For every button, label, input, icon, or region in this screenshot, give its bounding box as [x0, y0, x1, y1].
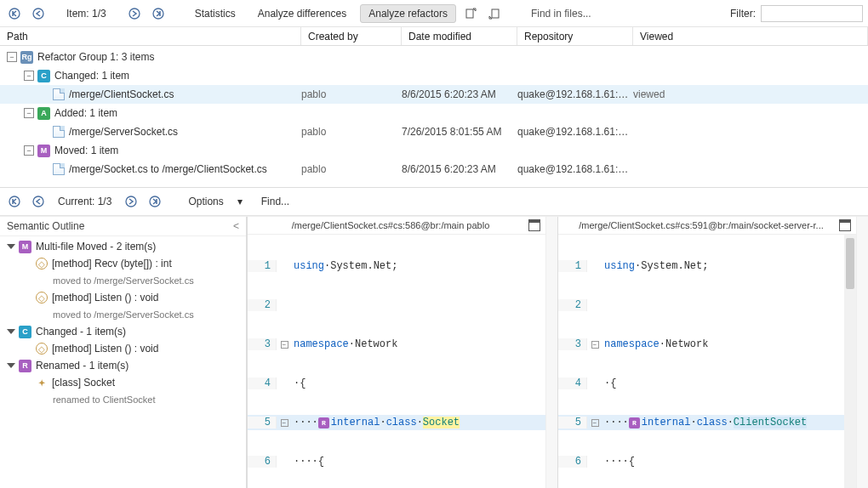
item-counter: Item: 1/3 [66, 8, 106, 20]
left-pane: /merge/ClientSocket.cs#cs:586@br:/main p… [247, 217, 545, 488]
top-toolbar: Item: 1/3 Statistics Analyze differences… [0, 0, 868, 27]
method-icon: ◇ [36, 343, 48, 355]
last-item-button[interactable] [149, 4, 168, 23]
import-icon[interactable] [485, 4, 504, 23]
options-button[interactable]: Options [180, 192, 231, 211]
svg-rect-4 [466, 9, 473, 18]
first-item-button[interactable] [5, 4, 24, 23]
tree-row-changed[interactable]: −CChanged: 1 item [0, 66, 868, 85]
items-tree: −RgRefactor Group 1: 3 items −CChanged: … [0, 46, 868, 182]
svg-point-7 [33, 196, 43, 207]
left-code[interactable]: 1using·System.Net; 2 3−namespace·Network… [248, 235, 545, 488]
file-icon [53, 163, 65, 175]
outline-item[interactable]: CChanged - 1 item(s) [0, 323, 246, 340]
collapse-outline-icon[interactable]: < [233, 220, 239, 232]
file-icon [53, 126, 65, 138]
outline-item[interactable]: ◇[method] Listen () : void [0, 340, 246, 357]
col-created[interactable]: Created by [301, 27, 402, 45]
moved-icon: M [19, 241, 31, 253]
overview-ruler[interactable] [856, 217, 868, 488]
maximize-icon[interactable] [839, 219, 851, 231]
col-date[interactable]: Date modified [402, 27, 517, 45]
right-code[interactable]: 1using·System.Net; 2 3−namespace·Network… [558, 235, 856, 488]
changed-icon: C [37, 70, 50, 82]
moved-icon: M [37, 145, 50, 157]
outline-item[interactable]: ◇[method] Listen () : void [0, 289, 246, 306]
refactor-group-icon: Rg [20, 51, 33, 64]
method-icon: ◇ [36, 258, 48, 270]
expander-icon[interactable]: − [24, 108, 34, 118]
expander-icon[interactable]: − [24, 71, 34, 81]
outline-item[interactable]: ✦[class] Socket [0, 374, 246, 391]
outline-title: Semantic Outline [7, 220, 84, 232]
svg-point-2 [129, 9, 140, 19]
overview-ruler[interactable] [545, 217, 557, 488]
file-icon [53, 88, 65, 100]
col-repo[interactable]: Repository [517, 27, 633, 45]
statistics-button[interactable]: Statistics [186, 4, 244, 23]
outline-item-sub: renamed to ClientSocket [0, 391, 246, 408]
diff-panes: /merge/ClientSocket.cs#cs:586@br:/main p… [247, 217, 868, 488]
maximize-icon[interactable] [528, 219, 540, 231]
analyze-refactors-button[interactable]: Analyze refactors [360, 4, 456, 23]
tree-row-changed-file[interactable]: /merge/ClientSocket.cs pablo 8/6/2015 6:… [0, 85, 868, 104]
first-diff-button[interactable] [5, 192, 24, 211]
prev-diff-button[interactable] [29, 192, 48, 211]
outline-item[interactable]: RRenamed - 1 item(s) [0, 357, 246, 374]
tree-row-moved[interactable]: −MMoved: 1 item [0, 141, 868, 160]
triangle-open-icon [7, 363, 15, 368]
filter-label: Filter: [730, 8, 756, 20]
col-path[interactable]: Path [0, 27, 301, 45]
triangle-open-icon [7, 244, 15, 249]
find-in-files-button[interactable]: Find in files... [523, 4, 600, 23]
svg-point-9 [150, 196, 160, 207]
scrollbar[interactable] [844, 235, 856, 488]
tree-row-moved-file[interactable]: /merge/Socket.cs to /merge/ClientSocket.… [0, 160, 868, 179]
outline-item-sub: moved to /merge/ServerSocket.cs [0, 272, 246, 289]
lower-toolbar: Current: 1/3 Options ▾ Find... [0, 187, 868, 216]
export-icon[interactable] [461, 4, 480, 23]
prev-item-button[interactable] [29, 4, 48, 23]
current-counter: Current: 1/3 [58, 196, 111, 207]
outline-item[interactable]: MMulti-file Moved - 2 item(s) [0, 238, 246, 255]
expander-icon[interactable]: − [24, 145, 34, 156]
find-button[interactable]: Find... [253, 192, 298, 211]
svg-point-6 [9, 196, 20, 207]
svg-point-8 [126, 196, 136, 207]
last-diff-button[interactable] [146, 192, 164, 211]
next-item-button[interactable] [125, 4, 144, 23]
tree-row-added[interactable]: −AAdded: 1 item [0, 104, 868, 122]
renamed-icon: R [19, 360, 31, 372]
expander-icon[interactable]: − [7, 52, 17, 62]
left-pane-title: /merge/ClientSocket.cs#cs:586@br:/main p… [253, 220, 528, 230]
semantic-outline: Semantic Outline < MMulti-file Moved - 2… [0, 217, 247, 488]
outline-item-sub: moved to /merge/ServerSocket.cs [0, 306, 246, 323]
svg-point-1 [33, 9, 43, 19]
method-icon: ◇ [36, 292, 48, 304]
column-headers: Path Created by Date modified Repository… [0, 27, 868, 46]
right-pane: /merge/ClientSocket.cs#cs:591@br:/main/s… [557, 217, 856, 488]
svg-point-3 [153, 9, 163, 19]
next-diff-button[interactable] [122, 192, 140, 211]
analyze-diff-button[interactable]: Analyze differences [249, 4, 356, 23]
tree-row-root[interactable]: −RgRefactor Group 1: 3 items [0, 48, 868, 66]
changed-icon: C [19, 326, 31, 338]
outline-item[interactable]: ◇[method] Recv (byte[]) : int [0, 255, 246, 272]
col-viewed[interactable]: Viewed [633, 27, 868, 45]
dropdown-arrow-icon[interactable]: ▾ [237, 196, 243, 207]
filter-input[interactable] [761, 5, 863, 22]
tree-row-added-file[interactable]: /merge/ServerSocket.cs pablo 7/26/2015 8… [0, 122, 868, 141]
right-pane-title: /merge/ClientSocket.cs#cs:591@br:/main/s… [563, 220, 839, 230]
svg-point-0 [9, 9, 20, 19]
added-icon: A [37, 107, 50, 120]
triangle-open-icon [7, 329, 15, 334]
svg-rect-5 [492, 9, 499, 18]
class-icon: ✦ [36, 377, 48, 389]
